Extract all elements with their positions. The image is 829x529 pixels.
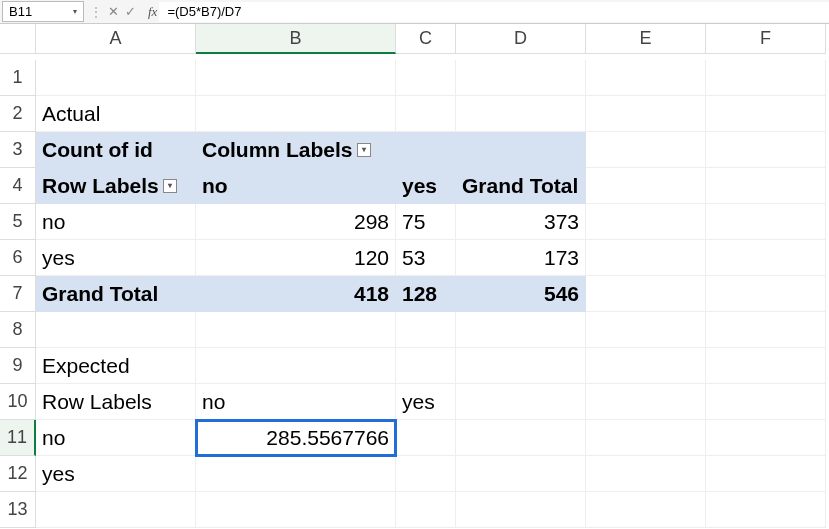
cell-D3[interactable] — [456, 132, 586, 168]
cell-D11[interactable] — [456, 420, 586, 456]
fx-icon[interactable]: fx — [148, 4, 157, 20]
cell-F4[interactable] — [706, 168, 826, 204]
cell-B5[interactable]: 298 — [196, 204, 396, 240]
cell-F10[interactable] — [706, 384, 826, 420]
cell-F9[interactable] — [706, 348, 826, 384]
cell-D12[interactable] — [456, 456, 586, 492]
cell-F2[interactable] — [706, 96, 826, 132]
cell-A7[interactable]: Grand Total — [36, 276, 196, 312]
cell-B4[interactable]: no — [196, 168, 396, 204]
cell-C10[interactable]: yes — [396, 384, 456, 420]
cell-D6[interactable]: 173 — [456, 240, 586, 276]
cell-A12[interactable]: yes — [36, 456, 196, 492]
cell-B6[interactable]: 120 — [196, 240, 396, 276]
enter-icon[interactable]: ✓ — [125, 4, 136, 19]
cell-A4[interactable]: Row Labels ▾ — [36, 168, 196, 204]
row-header-13[interactable]: 13 — [0, 492, 36, 528]
cell-C4[interactable]: yes — [396, 168, 456, 204]
row-header-5[interactable]: 5 — [0, 204, 36, 240]
col-header-C[interactable]: C — [396, 24, 456, 54]
col-header-D[interactable]: D — [456, 24, 586, 54]
cell-B10[interactable]: no — [196, 384, 396, 420]
cell-C9[interactable] — [396, 348, 456, 384]
cell-E9[interactable] — [586, 348, 706, 384]
cell-D7[interactable]: 546 — [456, 276, 586, 312]
cell-C5[interactable]: 75 — [396, 204, 456, 240]
cell-B12[interactable] — [196, 456, 396, 492]
cell-A11[interactable]: no — [36, 420, 196, 456]
cell-E11[interactable] — [586, 420, 706, 456]
cell-D2[interactable] — [456, 96, 586, 132]
cell-B13[interactable] — [196, 492, 396, 528]
cell-C11[interactable] — [396, 420, 456, 456]
cell-E3[interactable] — [586, 132, 706, 168]
cell-C3[interactable] — [396, 132, 456, 168]
col-header-E[interactable]: E — [586, 24, 706, 54]
cell-B9[interactable] — [196, 348, 396, 384]
row-header-8[interactable]: 8 — [0, 312, 36, 348]
row-header-12[interactable]: 12 — [0, 456, 36, 492]
cell-A6[interactable]: yes — [36, 240, 196, 276]
cell-F8[interactable] — [706, 312, 826, 348]
cell-C13[interactable] — [396, 492, 456, 528]
cell-D1[interactable] — [456, 60, 586, 96]
cell-E12[interactable] — [586, 456, 706, 492]
select-all-corner[interactable] — [0, 24, 36, 54]
row-header-6[interactable]: 6 — [0, 240, 36, 276]
row-header-7[interactable]: 7 — [0, 276, 36, 312]
name-box[interactable]: B11 ▾ — [2, 1, 84, 22]
cell-A10[interactable]: Row Labels — [36, 384, 196, 420]
cell-E8[interactable] — [586, 312, 706, 348]
cell-A9[interactable]: Expected — [36, 348, 196, 384]
cell-D9[interactable] — [456, 348, 586, 384]
row-header-10[interactable]: 10 — [0, 384, 36, 420]
row-header-3[interactable]: 3 — [0, 132, 36, 168]
cell-E13[interactable] — [586, 492, 706, 528]
col-header-A[interactable]: A — [36, 24, 196, 54]
row-labels-filter-icon[interactable]: ▾ — [163, 179, 177, 193]
row-header-4[interactable]: 4 — [0, 168, 36, 204]
chevron-down-icon[interactable]: ▾ — [73, 7, 77, 16]
row-header-2[interactable]: 2 — [0, 96, 36, 132]
cell-A8[interactable] — [36, 312, 196, 348]
cell-E2[interactable] — [586, 96, 706, 132]
cell-A13[interactable] — [36, 492, 196, 528]
cell-B2[interactable] — [196, 96, 396, 132]
column-labels-filter-icon[interactable]: ▾ — [357, 143, 371, 157]
formula-input[interactable]: =(D5*B7)/D7 — [159, 2, 829, 22]
cell-C8[interactable] — [396, 312, 456, 348]
cell-B3[interactable]: Column Labels ▾ — [196, 132, 396, 168]
cell-E1[interactable] — [586, 60, 706, 96]
cell-C2[interactable] — [396, 96, 456, 132]
row-header-1[interactable]: 1 — [0, 60, 36, 96]
cell-D5[interactable]: 373 — [456, 204, 586, 240]
cell-F5[interactable] — [706, 204, 826, 240]
cell-F6[interactable] — [706, 240, 826, 276]
cell-E10[interactable] — [586, 384, 706, 420]
cell-F3[interactable] — [706, 132, 826, 168]
cancel-icon[interactable]: ✕ — [108, 4, 119, 19]
cell-E6[interactable] — [586, 240, 706, 276]
cell-C6[interactable]: 53 — [396, 240, 456, 276]
cell-E7[interactable] — [586, 276, 706, 312]
cell-B7[interactable]: 418 — [196, 276, 396, 312]
cell-E5[interactable] — [586, 204, 706, 240]
cell-F11[interactable] — [706, 420, 826, 456]
col-header-B[interactable]: B — [196, 24, 396, 54]
cell-C12[interactable] — [396, 456, 456, 492]
cell-F13[interactable] — [706, 492, 826, 528]
cell-F1[interactable] — [706, 60, 826, 96]
cell-A3[interactable]: Count of id — [36, 132, 196, 168]
cell-D4[interactable]: Grand Total — [456, 168, 586, 204]
row-header-11[interactable]: 11 — [0, 420, 36, 456]
cell-F7[interactable] — [706, 276, 826, 312]
cell-D8[interactable] — [456, 312, 586, 348]
col-header-F[interactable]: F — [706, 24, 826, 54]
cell-D10[interactable] — [456, 384, 586, 420]
cell-C7[interactable]: 128 — [396, 276, 456, 312]
cell-C1[interactable] — [396, 60, 456, 96]
cell-B8[interactable] — [196, 312, 396, 348]
cell-D13[interactable] — [456, 492, 586, 528]
cell-F12[interactable] — [706, 456, 826, 492]
cell-A2[interactable]: Actual — [36, 96, 196, 132]
